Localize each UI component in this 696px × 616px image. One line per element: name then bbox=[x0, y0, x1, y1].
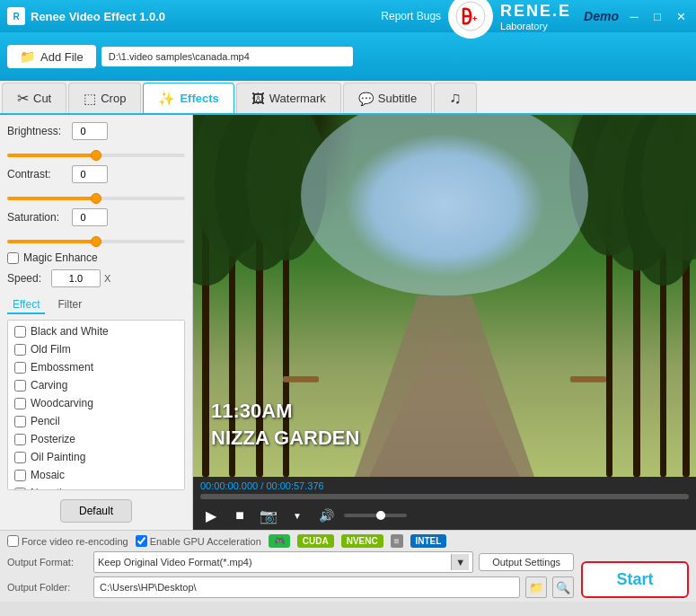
effect-checkbox-oil-painting[interactable] bbox=[14, 452, 26, 463]
brightness-label: Brightness: bbox=[7, 125, 68, 137]
volume-slider[interactable] bbox=[344, 514, 407, 517]
stop-button[interactable]: ■ bbox=[229, 505, 251, 526]
maximize-button[interactable]: □ bbox=[649, 8, 665, 24]
effect-checkbox-old-film[interactable] bbox=[14, 344, 26, 356]
saturation-row: Saturation: bbox=[7, 208, 185, 226]
folder-path-display: C:\Users\HP\Desktop\ bbox=[93, 576, 520, 598]
effects-list-inner: Black and White Old Film Embossment Carv… bbox=[8, 321, 184, 490]
effect-checkbox-pencil[interactable] bbox=[14, 416, 26, 427]
volume-icon[interactable]: 🔊 bbox=[315, 505, 337, 526]
title-bar: R Renee Video Effect 1.0.0 Report Bugs +… bbox=[0, 0, 696, 32]
effects-icon: ✨ bbox=[158, 91, 175, 107]
saturation-slider-container bbox=[7, 233, 185, 246]
list-item[interactable]: Black and White bbox=[10, 322, 182, 340]
add-file-button[interactable]: 📁 Add File bbox=[7, 45, 96, 68]
tab-audio[interactable]: ♫ bbox=[434, 83, 477, 113]
minimize-button[interactable]: ─ bbox=[626, 8, 642, 24]
nvenc-badge: NVENC bbox=[341, 534, 383, 548]
progress-bar-container[interactable] bbox=[200, 494, 689, 499]
tab-crop[interactable]: ⬚ Crop bbox=[68, 83, 141, 113]
title-right: Report Bugs + RENE.E Laboratory Demo ─ □… bbox=[381, 0, 689, 39]
bottom-right: Start bbox=[581, 561, 689, 598]
intel-badge: INTEL bbox=[410, 534, 447, 548]
svg-point-19 bbox=[301, 115, 588, 296]
effect-tab[interactable]: Effect bbox=[7, 296, 45, 314]
brightness-slider[interactable] bbox=[7, 154, 185, 157]
speed-unit: X bbox=[104, 273, 110, 284]
effect-checkbox-woodcarving[interactable] bbox=[14, 398, 26, 409]
video-place-text: NIZZA GARDEN bbox=[211, 427, 359, 450]
output-format-arrow[interactable]: ▼ bbox=[451, 554, 469, 570]
effect-checkbox-posterize[interactable] bbox=[14, 434, 26, 445]
report-bugs-link[interactable]: Report Bugs bbox=[381, 10, 441, 22]
force-reencoding-checkbox[interactable] bbox=[7, 535, 19, 547]
force-reencoding-option[interactable]: Force video re-encoding bbox=[7, 535, 128, 547]
logo-lab: Laboratory bbox=[500, 21, 548, 31]
close-button[interactable]: ✕ bbox=[673, 8, 689, 24]
search-folder-button[interactable]: 🔍 bbox=[552, 576, 574, 598]
output-settings-button[interactable]: Output Settings bbox=[479, 553, 574, 571]
brightness-row: Brightness: bbox=[7, 122, 185, 140]
effect-checkbox-carving[interactable] bbox=[14, 380, 26, 392]
magic-enhance-label[interactable]: Magic Enhance bbox=[23, 251, 98, 264]
brightness-slider-container bbox=[7, 147, 185, 160]
right-panel: 11:30AM NIZZA GARDEN 00:00:00.000 / 00:0… bbox=[193, 115, 696, 530]
bottom-main-row: Output Format: Keep Original Video Forma… bbox=[7, 551, 689, 598]
list-item[interactable]: Embossment bbox=[10, 358, 182, 376]
file-path-input[interactable] bbox=[101, 47, 353, 66]
tab-effects[interactable]: ✨ Effects bbox=[143, 83, 233, 113]
output-format-value: Keep Original Video Format(*.mp4) bbox=[98, 557, 451, 568]
default-button[interactable]: Default bbox=[60, 499, 132, 523]
cut-icon: ✂ bbox=[17, 90, 29, 107]
screenshot-button[interactable]: 📷 bbox=[258, 505, 279, 526]
saturation-input[interactable] bbox=[72, 208, 108, 226]
list-item[interactable]: Oil Painting bbox=[10, 448, 182, 466]
enable-gpu-checkbox[interactable] bbox=[136, 535, 147, 547]
cuda-badge: CUDA bbox=[297, 534, 334, 548]
tab-watermark[interactable]: 🖼 Watermark bbox=[236, 83, 341, 113]
effect-checkbox-embossment[interactable] bbox=[14, 362, 26, 374]
list-item[interactable]: Carving bbox=[10, 376, 182, 394]
output-format-label: Output Format: bbox=[7, 557, 88, 568]
effect-checkbox-black-white[interactable] bbox=[14, 326, 26, 338]
list-item[interactable]: Pencil bbox=[10, 412, 182, 430]
add-file-icon: 📁 bbox=[20, 49, 35, 64]
logo-box: + RENE.E Laboratory Demo bbox=[448, 0, 619, 39]
list-item[interactable]: Old Film bbox=[10, 340, 182, 358]
effect-checkbox-negative[interactable] bbox=[14, 488, 26, 491]
start-button[interactable]: Start bbox=[581, 561, 689, 598]
output-folder-label: Output Folder: bbox=[7, 582, 88, 593]
filter-tab[interactable]: Filter bbox=[52, 296, 87, 314]
browse-folder-button[interactable]: 📁 bbox=[525, 576, 547, 598]
logo-text: RENE.E Laboratory bbox=[500, 2, 571, 31]
gpu-options-row: Force video re-encoding Enable GPU Accel… bbox=[7, 534, 689, 548]
playback-controls: ▶ ■ 📷 ▼ 🔊 bbox=[200, 505, 689, 526]
audio-icon: ♫ bbox=[449, 89, 462, 108]
screenshot-dropdown[interactable]: ▼ bbox=[286, 505, 308, 526]
svg-rect-22 bbox=[570, 376, 606, 383]
speed-input[interactable] bbox=[51, 269, 101, 287]
svg-rect-21 bbox=[283, 376, 319, 383]
tab-subtitle[interactable]: 💬 Subtitle bbox=[343, 83, 432, 113]
effect-filter-tabs: Effect Filter bbox=[7, 296, 185, 314]
effect-checkbox-mosaic[interactable] bbox=[14, 470, 26, 481]
tab-cut[interactable]: ✂ Cut bbox=[2, 83, 66, 113]
speed-label: Speed: bbox=[7, 272, 48, 285]
gpu-icon-badge: 🎮 bbox=[269, 534, 290, 548]
brightness-input[interactable] bbox=[72, 122, 108, 140]
svg-text:+: + bbox=[472, 14, 477, 23]
list-item[interactable]: Negative bbox=[10, 484, 182, 490]
contrast-slider-container bbox=[7, 190, 185, 203]
magic-enhance-checkbox[interactable] bbox=[7, 252, 19, 264]
output-format-row: Output Format: Keep Original Video Forma… bbox=[7, 551, 574, 573]
contrast-slider[interactable] bbox=[7, 197, 185, 200]
video-controls: 00:00:00.000 / 00:00:57.376 ▶ ■ 📷 ▼ 🔊 bbox=[193, 477, 696, 530]
contrast-input[interactable] bbox=[72, 165, 108, 183]
list-item[interactable]: Woodcarving bbox=[10, 394, 182, 412]
enable-gpu-option[interactable]: Enable GPU Acceleration bbox=[136, 535, 261, 547]
output-format-select[interactable]: Keep Original Video Format(*.mp4) ▼ bbox=[93, 551, 473, 573]
list-item[interactable]: Posterize bbox=[10, 430, 182, 448]
saturation-slider[interactable] bbox=[7, 240, 185, 243]
list-item[interactable]: Mosaic bbox=[10, 466, 182, 484]
play-button[interactable]: ▶ bbox=[200, 505, 222, 526]
